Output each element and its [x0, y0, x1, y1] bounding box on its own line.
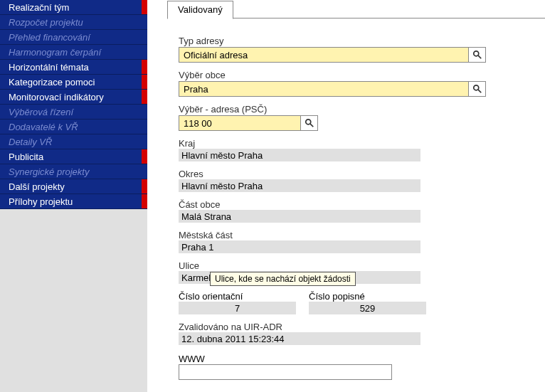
- input-typ-adresy[interactable]: [179, 47, 469, 63]
- label-zvalidovano: Zvalidováno na UIR-ADR: [179, 322, 486, 332]
- label-cast-obce: Část obce: [179, 199, 486, 210]
- value-okres: Hlavní město Praha: [179, 179, 420, 192]
- sidebar-item-9[interactable]: Detaily VŘ: [0, 134, 147, 149]
- value-kraj: Hlavní město Praha: [179, 149, 420, 161]
- search-icon: [472, 50, 482, 60]
- search-vyber-obce[interactable]: [469, 81, 486, 97]
- search-icon: [305, 118, 314, 128]
- input-vyber-obce[interactable]: [179, 81, 469, 97]
- content: Validovaný Typ adresy Výběr obce Výběr -…: [147, 0, 545, 392]
- value-cislo-popisne: 529: [309, 302, 426, 314]
- sidebar-item-8[interactable]: Dodavatelé k VŘ: [0, 120, 147, 134]
- sidebar-item-1[interactable]: Rozpočet projektu: [0, 15, 147, 30]
- search-icon: [472, 84, 482, 94]
- sidebar-item-0[interactable]: Realizační tým: [0, 0, 147, 15]
- sidebar-item-5[interactable]: Kategorizace pomoci: [0, 75, 147, 90]
- label-cislo-orientacni: Číslo orientační: [179, 291, 296, 302]
- svg-point-2: [473, 85, 478, 90]
- label-typ-adresy: Typ adresy: [179, 36, 486, 46]
- svg-line-3: [477, 90, 480, 92]
- sidebar-item-7[interactable]: Výběrová řízení: [0, 105, 147, 120]
- sidebar-item-3[interactable]: Harmonogram čerpání: [0, 45, 147, 60]
- label-vyber-psc: Výběr - adresa (PSČ): [179, 104, 486, 115]
- tooltip-ulice: Ulice, kde se nachází objekt žádosti: [210, 272, 356, 286]
- label-vyber-obce: Výběr obce: [179, 70, 486, 80]
- sidebar-item-4[interactable]: Horizontální témata: [0, 60, 147, 75]
- sidebar-item-6[interactable]: Monitorovací indikátory: [0, 90, 147, 105]
- input-www[interactable]: [179, 364, 392, 380]
- sidebar: Realizační týmRozpočet projektuPřehled f…: [0, 0, 147, 392]
- sidebar-item-12[interactable]: Další projekty: [0, 179, 147, 194]
- sidebar-item-13[interactable]: Přílohy projektu: [0, 194, 147, 209]
- search-typ-adresy[interactable]: [469, 47, 486, 63]
- sidebar-item-11[interactable]: Synergické projekty: [0, 164, 147, 179]
- tab-validovany[interactable]: Validovaný: [167, 1, 233, 19]
- input-vyber-psc[interactable]: [179, 115, 301, 131]
- sidebar-menu: Realizační týmRozpočet projektuPřehled f…: [0, 0, 147, 209]
- label-www: WWW: [179, 354, 486, 364]
- sidebar-item-10[interactable]: Publicita: [0, 149, 147, 164]
- svg-line-1: [477, 55, 480, 58]
- label-cislo-popisne: Číslo popisné: [309, 291, 426, 302]
- value-cislo-orientacni: 7: [179, 302, 296, 314]
- label-kraj: Kraj: [179, 138, 486, 149]
- label-okres: Okres: [179, 169, 486, 179]
- value-zvalidovano: 12. dubna 2011 15:23:44: [179, 332, 420, 345]
- value-mestska-cast: Praha 1: [179, 240, 420, 253]
- sidebar-item-2[interactable]: Přehled financování: [0, 30, 147, 45]
- search-vyber-psc[interactable]: [301, 115, 318, 131]
- svg-line-5: [309, 124, 312, 127]
- label-mestska-cast: Městská část: [179, 230, 486, 240]
- svg-point-0: [473, 51, 478, 56]
- value-cast-obce: Malá Strana: [179, 210, 420, 223]
- label-ulice: Ulice: [179, 260, 486, 271]
- svg-point-4: [305, 120, 310, 125]
